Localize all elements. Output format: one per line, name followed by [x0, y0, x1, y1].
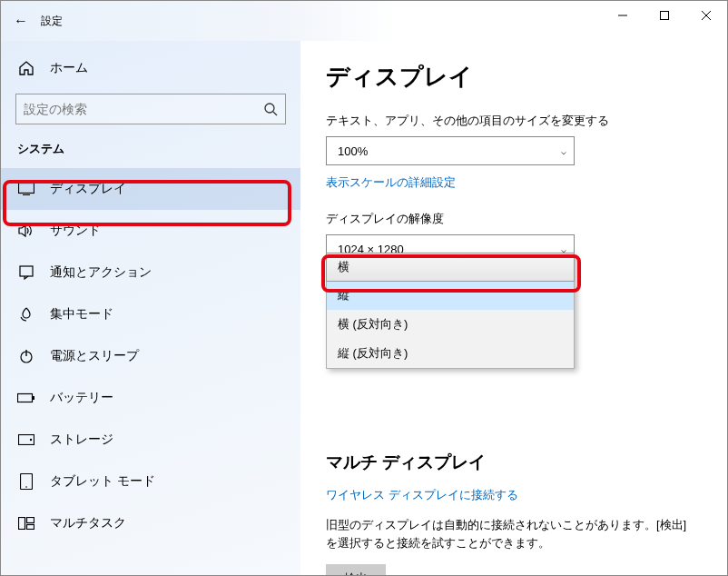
svg-point-16: [25, 486, 27, 488]
nav-focus-label: 集中モード: [50, 306, 113, 323]
svg-rect-11: [18, 394, 33, 402]
focus-icon: [17, 307, 35, 322]
nav-display-label: ディスプレイ: [50, 181, 126, 197]
nav-display[interactable]: ディスプレイ: [1, 168, 300, 210]
resolution-label: ディスプレイの解像度: [326, 211, 700, 227]
svg-rect-18: [27, 518, 34, 523]
svg-line-5: [273, 112, 277, 115]
svg-point-14: [30, 439, 32, 441]
nav-power[interactable]: 電源とスリープ: [1, 335, 300, 377]
home-nav[interactable]: ホーム: [1, 50, 300, 86]
nav-power-label: 電源とスリープ: [50, 348, 139, 364]
scale-select[interactable]: 100% ⌵: [326, 136, 575, 165]
nav-battery-label: バッテリー: [50, 390, 113, 406]
svg-rect-8: [20, 266, 33, 276]
nav-sound-label: サウンド: [50, 223, 101, 239]
multitask-icon: [17, 517, 35, 530]
nav-tablet[interactable]: タブレット モード: [1, 461, 300, 502]
svg-point-4: [265, 104, 274, 113]
wireless-display-link[interactable]: ワイヤレス ディスプレイに接続する: [326, 487, 518, 503]
home-label: ホーム: [50, 60, 88, 76]
battery-icon: [17, 392, 35, 403]
page-heading: ディスプレイ: [326, 61, 700, 93]
nav-storage[interactable]: ストレージ: [1, 419, 300, 461]
orientation-option-landscape-flipped[interactable]: 横 (反対向き): [327, 310, 574, 339]
storage-icon: [17, 434, 35, 445]
nav-notifications[interactable]: 通知とアクション: [1, 252, 300, 293]
nav-battery[interactable]: バッテリー: [1, 377, 300, 419]
sidebar: ホーム システム ディスプレイ サウンド 通知とアクション 集中モード: [1, 41, 300, 575]
section-label: システム: [1, 134, 300, 163]
power-icon: [17, 349, 35, 363]
orientation-option-portrait[interactable]: 縦: [327, 281, 574, 310]
orientation-option-portrait-flipped[interactable]: 縦 (反対向き): [327, 339, 574, 368]
nav-storage-label: ストレージ: [50, 432, 113, 448]
svg-rect-19: [27, 525, 34, 530]
nav-tablet-label: タブレット モード: [50, 473, 155, 490]
nav-sound[interactable]: サウンド: [1, 210, 300, 252]
home-icon: [17, 60, 35, 76]
svg-rect-6: [19, 184, 34, 194]
chevron-down-icon: ⌵: [561, 146, 566, 156]
svg-rect-1: [661, 12, 669, 20]
advanced-scale-link[interactable]: 表示スケールの詳細設定: [326, 174, 456, 191]
nav-multitask[interactable]: マルチタスク: [1, 502, 300, 544]
nav-notifications-label: 通知とアクション: [50, 264, 152, 281]
scale-value: 100%: [338, 144, 368, 158]
back-button[interactable]: ←: [1, 13, 41, 29]
tablet-icon: [17, 473, 35, 490]
multi-display-desc: 旧型のディスプレイは自動的に接続されないことがあります。[検出] を選択すると接…: [326, 516, 700, 551]
svg-rect-12: [33, 396, 34, 400]
window-title: 設定: [41, 14, 63, 29]
multi-display-heading: マルチ ディスプレイ: [326, 451, 700, 474]
detect-button[interactable]: 検出: [326, 564, 386, 575]
search-box[interactable]: [15, 94, 286, 124]
titlebar: ← 設定: [1, 1, 727, 41]
close-button[interactable]: [685, 1, 727, 30]
nav-multitask-label: マルチタスク: [50, 515, 126, 531]
sound-icon: [17, 223, 35, 238]
search-input[interactable]: [24, 102, 263, 116]
maximize-button[interactable]: [644, 1, 685, 30]
scale-label: テキスト、アプリ、その他の項目のサイズを変更する: [326, 113, 700, 129]
svg-rect-17: [19, 518, 25, 530]
nav-focus[interactable]: 集中モード: [1, 293, 300, 335]
search-icon: [263, 102, 278, 116]
orientation-option-landscape[interactable]: 横: [326, 253, 575, 282]
minimize-button[interactable]: [602, 1, 644, 30]
orientation-dropdown: 横 縦 横 (反対向き) 縦 (反対向き): [326, 253, 575, 369]
display-icon: [17, 183, 35, 195]
content-pane: ディスプレイ テキスト、アプリ、その他の項目のサイズを変更する 100% ⌵ 表…: [300, 41, 727, 575]
notification-icon: [17, 265, 35, 280]
